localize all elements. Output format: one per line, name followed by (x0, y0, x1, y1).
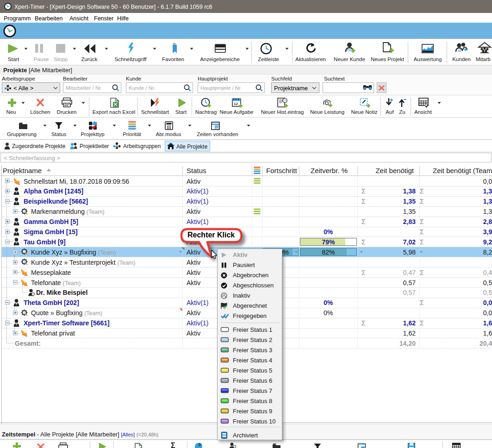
svg-text:cl: cl (347, 48, 351, 52)
svg-text:12: 12 (234, 102, 238, 106)
svg-text:12: 12 (215, 126, 219, 129)
svg-text:cl: cl (458, 48, 461, 53)
